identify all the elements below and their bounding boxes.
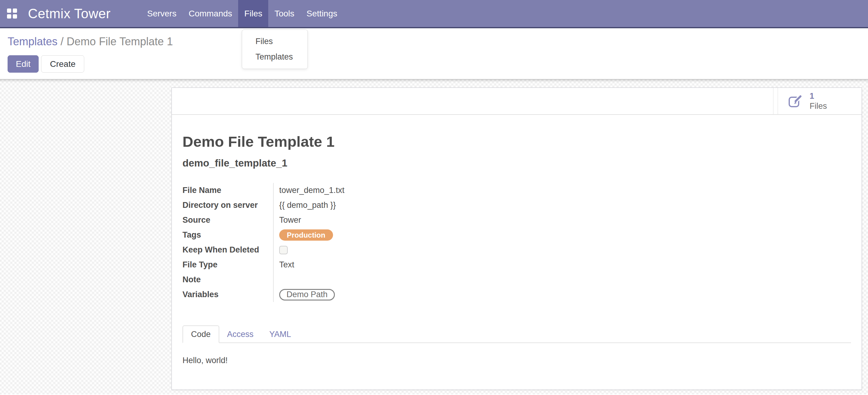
form-card: 1 Files Demo File Template 1 demo_file_t…	[172, 88, 862, 390]
tab-access[interactable]: Access	[219, 326, 261, 342]
stat-count: 1	[810, 91, 827, 101]
nav-item-commands[interactable]: Commands	[183, 0, 238, 27]
field-value-tags: Production	[273, 228, 851, 242]
tag-badge-production: Production	[279, 229, 333, 241]
field-label-variables: Variables	[183, 290, 273, 299]
field-row-source: SourceTower	[183, 213, 851, 228]
nav-item-servers[interactable]: Servers	[141, 0, 183, 27]
breadcrumb: Templates / Demo File Template 1	[0, 28, 868, 48]
dropdown-item-files[interactable]: Files	[242, 34, 308, 49]
field-value-variables: Demo Path	[273, 287, 851, 302]
stat-text: 1 Files	[810, 91, 827, 111]
field-row-file-type: File TypeText	[183, 257, 851, 272]
notebook-tabs: CodeAccessYAML	[183, 325, 851, 343]
apps-menu-button[interactable]	[0, 0, 24, 27]
tab-code[interactable]: Code	[183, 325, 219, 343]
field-row-directory-on-server: Directory on server{{ demo_path }}	[183, 198, 851, 213]
field-value-file-type: Text	[273, 257, 851, 272]
create-button[interactable]: Create	[41, 55, 84, 73]
breadcrumb-current: Demo File Template 1	[67, 35, 173, 48]
apps-grid-icon	[7, 8, 17, 19]
field-label-file-name: File Name	[183, 186, 273, 195]
edit-pencil-square-icon	[788, 94, 802, 108]
dropdown-item-templates[interactable]: Templates	[242, 49, 308, 65]
nav-item-settings[interactable]: Settings	[301, 0, 343, 27]
content-background: 1 Files Demo File Template 1 demo_file_t…	[0, 79, 868, 394]
nav-menu: ServersCommandsFilesToolsSettings	[141, 0, 343, 27]
code-tab-content: Hello, world!	[183, 343, 851, 365]
nav-item-files[interactable]: Files	[238, 0, 268, 27]
screen: Cetmix Tower ServersCommandsFilesToolsSe…	[0, 0, 868, 395]
stat-button-box: 1 Files	[172, 88, 862, 115]
field-value-keep-when-deleted	[273, 242, 851, 257]
files-dropdown-menu: FilesTemplates	[242, 30, 308, 69]
field-label-keep-when-deleted: Keep When Deleted	[183, 245, 273, 255]
field-row-keep-when-deleted: Keep When Deleted	[183, 242, 851, 257]
variable-pill-demo-path: Demo Path	[279, 289, 335, 300]
breadcrumb-link-templates[interactable]: Templates	[8, 35, 58, 48]
field-group: File Nametower_demo_1.txtDirectory on se…	[183, 183, 851, 302]
control-panel: Templates / Demo File Template 1 Edit Cr…	[0, 28, 868, 79]
field-label-directory-on-server: Directory on server	[183, 201, 273, 210]
field-label-note: Note	[183, 275, 273, 285]
keep-when-deleted-checkbox[interactable]	[279, 246, 288, 254]
form-subtitle: demo_file_template_1	[183, 157, 851, 169]
field-value-note	[273, 272, 851, 287]
top-navbar: Cetmix Tower ServersCommandsFilesToolsSe…	[0, 0, 868, 28]
field-value-directory-on-server: {{ demo_path }}	[273, 198, 851, 213]
control-buttons: Edit Create	[8, 55, 868, 73]
brand-title[interactable]: Cetmix Tower	[24, 0, 111, 27]
field-label-file-type: File Type	[183, 260, 273, 269]
field-value-file-name: tower_demo_1.txt	[273, 183, 851, 198]
breadcrumb-separator: /	[58, 35, 67, 48]
files-stat-button[interactable]: 1 Files	[778, 88, 862, 114]
field-row-tags: TagsProduction	[183, 228, 851, 242]
field-row-variables: VariablesDemo Path	[183, 287, 851, 302]
tab-yaml[interactable]: YAML	[261, 326, 299, 342]
edit-button[interactable]: Edit	[8, 55, 39, 73]
stat-label: Files	[810, 101, 827, 111]
form-sheet: Demo File Template 1 demo_file_template_…	[172, 133, 862, 365]
field-row-file-name: File Nametower_demo_1.txt	[183, 183, 851, 198]
form-title: Demo File Template 1	[183, 133, 851, 150]
field-value-source: Tower	[273, 213, 851, 228]
stat-box-divider	[773, 88, 778, 114]
field-label-source: Source	[183, 216, 273, 225]
nav-item-tools[interactable]: Tools	[268, 0, 300, 27]
field-label-tags: Tags	[183, 230, 273, 240]
field-row-note: Note	[183, 272, 851, 287]
